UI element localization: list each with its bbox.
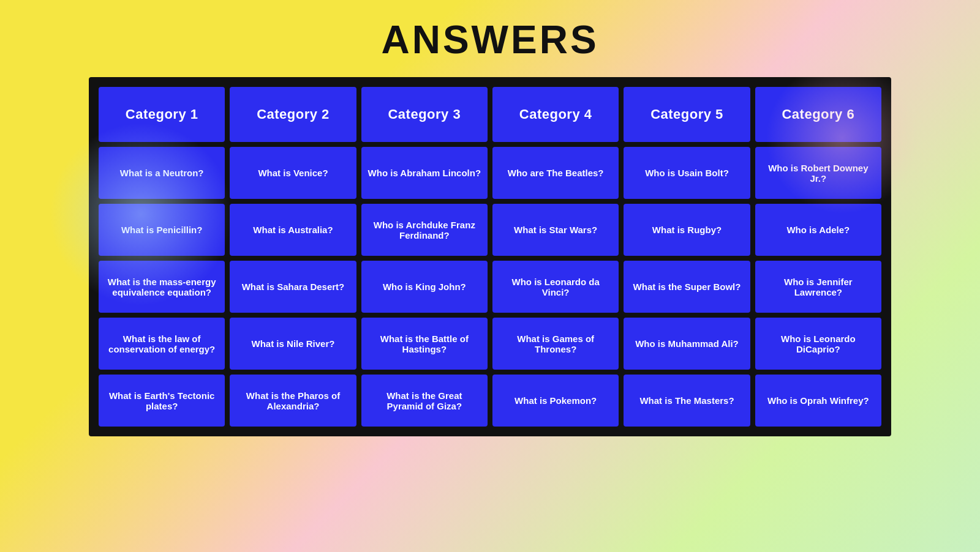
answer-cell-row4-col2[interactable]: What is Nile River? [230, 318, 356, 370]
category-header-2[interactable]: Category 2 [230, 87, 356, 142]
answer-cell-row3-col6[interactable]: Who is Jennifer Lawrence? [755, 261, 881, 313]
answer-cell-row2-col2[interactable]: What is Australia? [230, 204, 356, 256]
answer-cell-row3-col1[interactable]: What is the mass-energy equivalence equa… [99, 261, 225, 313]
answer-cell-row1-col3[interactable]: Who is Abraham Lincoln? [361, 147, 488, 199]
answer-cell-row5-col2[interactable]: What is the Pharos of Alexandria? [230, 375, 356, 427]
answer-cell-row2-col4[interactable]: What is Star Wars? [492, 204, 619, 256]
answer-cell-row3-col3[interactable]: Who is King John? [361, 261, 488, 313]
answer-cell-row4-col1[interactable]: What is the law of conservation of energ… [99, 318, 225, 370]
answer-cell-row5-col3[interactable]: What is the Great Pyramid of Giza? [361, 375, 488, 427]
answer-cell-row2-col6[interactable]: Who is Adele? [755, 204, 881, 256]
answer-cell-row1-col6[interactable]: Who is Robert Downey Jr.? [755, 147, 881, 199]
answer-cell-row4-col6[interactable]: Who is Leonardo DiCaprio? [755, 318, 881, 370]
answer-cell-row5-col5[interactable]: What is The Masters? [624, 375, 750, 427]
category-header-1[interactable]: Category 1 [99, 87, 225, 142]
answer-cell-row1-col2[interactable]: What is Venice? [230, 147, 356, 199]
answer-cell-row4-col3[interactable]: What is the Battle of Hastings? [361, 318, 488, 370]
answer-cell-row4-col4[interactable]: What is Games of Thrones? [492, 318, 619, 370]
answer-cell-row3-col2[interactable]: What is Sahara Desert? [230, 261, 356, 313]
answer-cell-row2-col3[interactable]: Who is Archduke Franz Ferdinand? [361, 204, 488, 256]
board-grid: Category 1Category 2Category 3Category 4… [99, 87, 881, 427]
answer-cell-row4-col5[interactable]: Who is Muhammad Ali? [624, 318, 750, 370]
answer-cell-row5-col6[interactable]: Who is Oprah Winfrey? [755, 375, 881, 427]
category-header-5[interactable]: Category 5 [624, 87, 750, 142]
page-title: ANSWERS [381, 17, 598, 62]
answer-cell-row3-col5[interactable]: What is the Super Bowl? [624, 261, 750, 313]
answer-cell-row2-col5[interactable]: What is Rugby? [624, 204, 750, 256]
answer-cell-row3-col4[interactable]: Who is Leonardo da Vinci? [492, 261, 619, 313]
answer-cell-row5-col4[interactable]: What is Pokemon? [492, 375, 619, 427]
category-header-4[interactable]: Category 4 [492, 87, 619, 142]
answer-cell-row1-col4[interactable]: Who are The Beatles? [492, 147, 619, 199]
answer-cell-row5-col1[interactable]: What is Earth's Tectonic plates? [99, 375, 225, 427]
category-header-6[interactable]: Category 6 [755, 87, 881, 142]
answer-cell-row1-col5[interactable]: Who is Usain Bolt? [624, 147, 750, 199]
category-header-3[interactable]: Category 3 [361, 87, 488, 142]
game-board: Category 1Category 2Category 3Category 4… [89, 77, 891, 436]
answer-cell-row2-col1[interactable]: What is Penicillin? [99, 204, 225, 256]
answer-cell-row1-col1[interactable]: What is a Neutron? [99, 147, 225, 199]
